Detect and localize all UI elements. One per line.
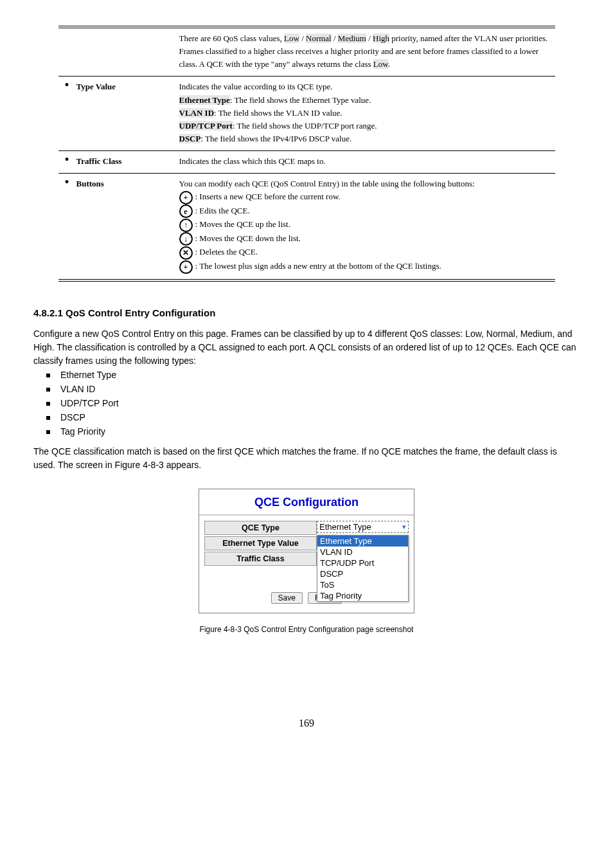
text: : Deletes the QCE. xyxy=(195,247,258,257)
paragraph: The QCE classification match is based on… xyxy=(33,445,580,472)
dropdown-option[interactable]: TCP/UDP Port xyxy=(317,557,408,568)
text: : Inserts a new QCE before the current r… xyxy=(195,192,341,201)
chevron-down-icon: ▾ xyxy=(402,523,406,531)
row-label: Traffic Class xyxy=(76,155,122,168)
text: / xyxy=(332,33,338,43)
definitions-table: There are 60 QoS class values, Low / Nor… xyxy=(58,26,555,282)
icon-line: +: Inserts a new QCE before the current … xyxy=(179,190,550,204)
icon-line: +: The lowest plus sign adds a new entry… xyxy=(179,260,550,274)
text: You can modify each QCE (QoS Control Ent… xyxy=(179,177,550,190)
figure-qce-configuration: QCE Configuration QCE Type Ethernet Type… xyxy=(199,489,414,613)
text: . xyxy=(388,59,390,69)
up-icon: ↑ xyxy=(179,219,193,232)
row-label: Type Value xyxy=(76,80,116,93)
figure-caption: Figure 4-8-3 QoS Control Entry Configura… xyxy=(14,625,599,634)
qce-types-list: Ethernet Type VLAN ID UDP/TCP Port DSCP … xyxy=(46,368,599,439)
text: Normal xyxy=(306,33,332,43)
text: : The field shows the UDP/TCP port range… xyxy=(233,121,377,131)
save-button[interactable]: Save xyxy=(271,592,303,604)
icon-line: e: Edits the QCE. xyxy=(179,204,550,219)
page-number: 169 xyxy=(14,718,599,729)
text: : Moves the QCE up the list. xyxy=(195,219,290,229)
text: : Moves the QCE down the list. xyxy=(195,233,301,243)
qce-type-select[interactable]: Ethernet Type ▾ xyxy=(317,521,409,533)
down-icon: ↓ xyxy=(179,232,193,246)
list-item: Ethernet Type xyxy=(46,368,599,382)
icon-line: ↑: Moves the QCE up the list. xyxy=(179,218,550,232)
text: High xyxy=(373,33,389,43)
bullet-icon: • xyxy=(65,177,76,190)
text: VLAN ID xyxy=(179,108,215,118)
figure-title: QCE Configuration xyxy=(199,489,414,516)
bullet-icon: • xyxy=(65,80,76,93)
dropdown-option[interactable]: DSCP xyxy=(317,568,408,579)
text: Indicates the value according to its QCE… xyxy=(179,82,333,91)
icon-line: ✕: Deletes the QCE. xyxy=(179,246,550,260)
row-label: Buttons xyxy=(76,177,104,190)
label-qce-type: QCE Type xyxy=(204,521,317,535)
text: Ethernet Type xyxy=(179,95,230,105)
plus-icon: + xyxy=(179,191,193,204)
paragraph: Configure a new QoS Control Entry on thi… xyxy=(33,327,580,368)
list-item: Tag Priority xyxy=(46,424,599,439)
section-heading: 4.8.2.1 QoS Control Entry Configuration xyxy=(33,307,580,318)
text: : Edits the QCE. xyxy=(195,206,250,215)
list-item: DSCP xyxy=(46,410,599,424)
delete-icon: ✕ xyxy=(179,246,193,260)
icon-line: ↓: Moves the QCE down the list. xyxy=(179,232,550,246)
text: UDP/TCP Port xyxy=(179,121,233,131)
select-value: Ethernet Type xyxy=(319,522,371,532)
text: There are 60 QoS class values, xyxy=(179,33,285,43)
label-traffic-class: Traffic Class xyxy=(204,552,317,566)
text: Medium xyxy=(338,33,366,43)
list-item: VLAN ID xyxy=(46,382,599,396)
edit-icon: e xyxy=(179,204,193,218)
text: : The lowest plus sign adds a new entry … xyxy=(195,261,441,271)
text: DSCP xyxy=(179,134,201,143)
text: : The field shows the IPv4/IPv6 DSCP val… xyxy=(200,134,351,143)
list-item: UDP/TCP Port xyxy=(46,396,599,410)
dropdown-option[interactable]: ToS xyxy=(317,579,408,590)
bullet-icon: • xyxy=(65,155,76,168)
text: Low xyxy=(373,59,388,69)
text: / xyxy=(299,33,306,43)
text: : The field shows the VLAN ID value. xyxy=(214,108,342,118)
plus-lowest-icon: + xyxy=(179,260,193,274)
text: / xyxy=(366,33,373,43)
dropdown-option[interactable]: Ethernet Type xyxy=(317,536,408,547)
text: Indicates the class which this QCE maps … xyxy=(179,156,326,166)
text: Low xyxy=(284,33,299,43)
qce-type-dropdown[interactable]: Ethernet Type VLAN ID TCP/UDP Port DSCP … xyxy=(317,535,409,602)
text: : The field shows the Ethernet Type valu… xyxy=(230,95,371,105)
dropdown-option[interactable]: Tag Priority xyxy=(317,590,408,601)
label-eth-type-value: Ethernet Type Value xyxy=(204,536,317,550)
dropdown-option[interactable]: VLAN ID xyxy=(317,547,408,557)
